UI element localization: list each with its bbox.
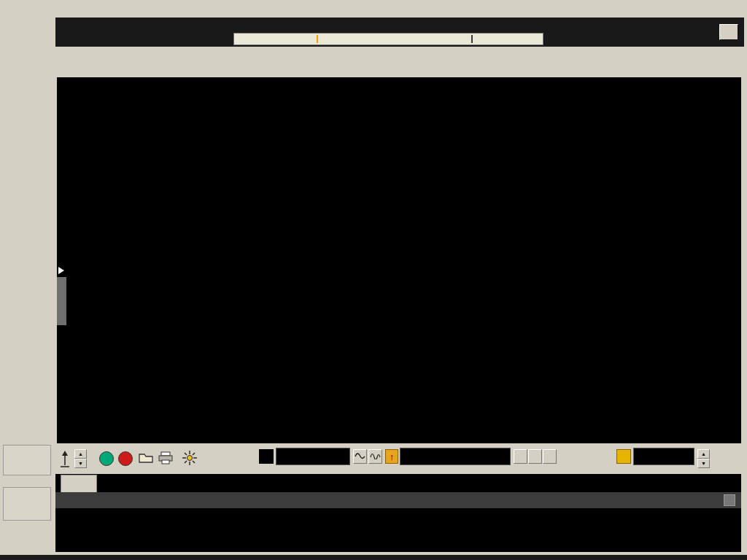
waveform-preview-bar[interactable] (233, 33, 543, 45)
minimize-button[interactable] (719, 24, 738, 40)
preview-position-marker (471, 35, 473, 43)
open-file-button[interactable] (137, 450, 155, 467)
decode-tab-arrow-icon (58, 267, 64, 274)
trigger-position-icon[interactable]: ↑ (385, 449, 398, 464)
delete-all-button[interactable] (3, 487, 51, 521)
scales-table-header (55, 492, 741, 508)
printer-icon (158, 451, 174, 465)
tab-scales[interactable] (61, 475, 97, 492)
scales-table-body (55, 508, 741, 552)
level-down-button[interactable]: ▼ (697, 459, 710, 468)
spin-up-button[interactable]: ▲ (74, 449, 87, 459)
help-button[interactable] (724, 494, 735, 506)
trigger-level-field[interactable] (633, 448, 694, 465)
preview-waveform-icon (234, 34, 543, 44)
scope-graticule (57, 77, 741, 443)
display-brightness-button[interactable] (181, 450, 198, 467)
folder-icon (138, 451, 154, 464)
run-button[interactable] (99, 451, 114, 466)
trigger-label (616, 449, 631, 464)
spin-down-button[interactable]: ▼ (74, 459, 87, 468)
horizontal-label (259, 449, 274, 464)
preview-trigger-marker (317, 35, 318, 43)
trigger-sidebar (0, 18, 55, 560)
print-button[interactable] (157, 450, 174, 467)
pan-left-button[interactable] (514, 449, 527, 464)
stop-button[interactable] (118, 451, 133, 466)
trigger-level-stepper: ▲ ▼ (697, 449, 710, 468)
more-button[interactable] (3, 445, 51, 475)
channel-row (55, 47, 747, 77)
decode-side-tab[interactable] (57, 277, 66, 325)
results-panel (55, 474, 741, 552)
delay-field[interactable] (400, 448, 511, 465)
menu-bar (0, 0, 747, 18)
zero-position-button[interactable] (528, 449, 542, 464)
pan-right-button[interactable] (543, 449, 557, 464)
hzoom-1-button[interactable] (353, 449, 367, 464)
timebase-field[interactable] (276, 448, 350, 465)
hzoom-2-button[interactable] (368, 449, 382, 464)
acquisition-info (58, 32, 82, 43)
screen-bottom-edge (0, 555, 747, 560)
brightness-sun-icon (182, 450, 198, 466)
controls-bar: ▲ ▼ ↑ (55, 446, 747, 472)
status-bar (55, 18, 744, 47)
trigger-level-marker-icon[interactable] (60, 450, 70, 471)
trigger-level-spinner: ▲ ▼ (74, 449, 87, 468)
scope-display (57, 77, 741, 443)
level-up-button[interactable]: ▲ (697, 449, 710, 459)
